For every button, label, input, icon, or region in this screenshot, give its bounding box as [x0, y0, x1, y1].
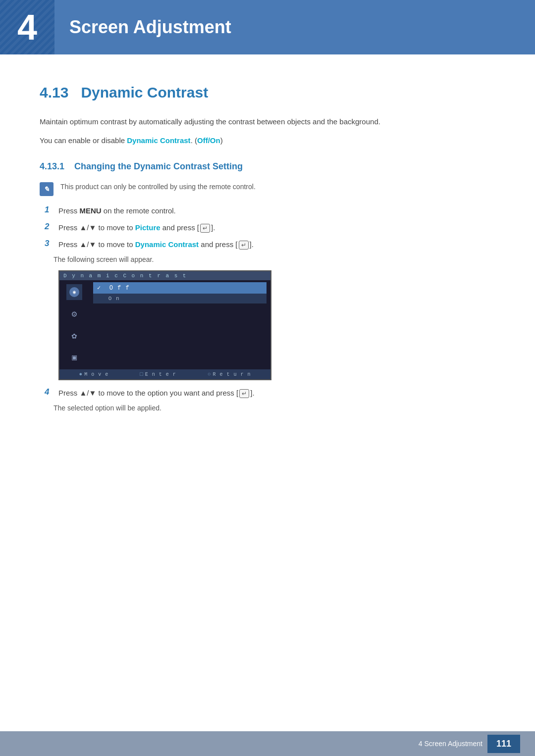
step-3-key: ↵: [239, 241, 249, 250]
tv-bottom-bar: ● M o v e □ E n t e r ○ R e t u r n: [59, 369, 270, 379]
tv-bottom-enter: □ E n t e r: [140, 371, 176, 377]
page-header: 4 Screen Adjustment: [0, 0, 535, 54]
enter-label: E n t e r: [145, 372, 176, 377]
para2: You can enable or disable Dynamic Contra…: [40, 135, 495, 147]
sidebar-icon-1: ◉: [66, 284, 82, 300]
step-3: 3 Press ▲/▼ to move to Dynamic Contrast …: [40, 239, 495, 251]
note-box: ✎ This product can only be controlled by…: [40, 182, 495, 196]
gear-icon: ⚙: [72, 308, 77, 319]
tv-menu-item-on: O n: [93, 294, 267, 303]
move-icon: ●: [79, 371, 83, 377]
step-3-highlight: Dynamic Contrast: [135, 240, 199, 249]
chapter-title: Screen Adjustment: [69, 17, 231, 38]
subsection-number: 4.13.1: [40, 161, 64, 171]
subsection-heading: 4.13.1 Changing the Dynamic Contrast Set…: [40, 161, 495, 172]
step-4-sub: The selected option will be applied.: [54, 404, 495, 412]
step-2: 2 Press ▲/▼ to move to Picture and press…: [40, 222, 495, 234]
enter-icon: □: [140, 371, 144, 377]
chapter-number-block: 4: [0, 0, 54, 54]
main-content: 4.13 Dynamic Contrast Maintain optimum c…: [0, 54, 535, 465]
section-number: 4.13: [40, 84, 68, 101]
para2-end: ): [220, 136, 223, 145]
para2-options: Off/On: [197, 136, 220, 145]
para1: Maintain optimum contrast by automatical…: [40, 116, 495, 128]
page-footer: 4 Screen Adjustment 111: [0, 731, 535, 756]
tv-bottom-move: ● M o v e: [79, 371, 109, 377]
tv-sidebar: ◉ ⚙ ✿ ▣: [59, 280, 89, 369]
step-2-text: Press ▲/▼ to move to Picture and press […: [58, 222, 215, 234]
note-text: This product can only be controlled by u…: [60, 182, 256, 192]
step-4: 4 Press ▲/▼ to move to the option you wa…: [40, 387, 495, 399]
subsection-title: Changing the Dynamic Contrast Setting: [74, 161, 243, 171]
note-icon-symbol: ✎: [44, 185, 50, 193]
note-icon: ✎: [40, 182, 54, 196]
section-title: Dynamic Contrast: [81, 84, 208, 101]
step-3-text: Press ▲/▼ to move to Dynamic Contrast an…: [58, 239, 254, 251]
para2-suffix: . (: [191, 136, 197, 145]
footer-page-number: 111: [487, 735, 520, 753]
sidebar-icon-4: ▣: [66, 350, 82, 365]
step-3-number: 3: [45, 239, 58, 249]
section-heading: 4.13 Dynamic Contrast: [40, 84, 495, 101]
monitor-icon: ▣: [72, 353, 77, 362]
sidebar-icon-3: ✿: [66, 328, 82, 344]
step-2-number: 2: [45, 222, 58, 232]
step-4-key: ↵: [239, 389, 249, 398]
tv-screenshot: D y n a m i c C o n t r a s t ◉ ⚙ ✿: [58, 270, 271, 380]
step-1-text: Press MENU on the remote control.: [58, 205, 176, 217]
tv-body: ◉ ⚙ ✿ ▣ ✓ O f f: [59, 280, 270, 369]
tv-bottom-return: ○ R e t u r n: [208, 371, 251, 377]
step-2-highlight: Picture: [135, 223, 160, 232]
steps-list: 1 Press MENU on the remote control. 2 Pr…: [40, 205, 495, 412]
footer-text: 4 Screen Adjustment: [419, 740, 482, 748]
settings-icon: ✿: [72, 330, 77, 341]
step-4-number: 4: [45, 387, 58, 397]
return-label: R e t u r n: [213, 372, 251, 377]
sidebar-icon-2: ⚙: [66, 306, 82, 322]
step-3-sub: The following screen will appear.: [54, 255, 495, 263]
tv-menu-area: ✓ O f f O n: [89, 280, 270, 369]
chapter-number: 4: [17, 7, 37, 48]
step-1-bold: MENU: [80, 206, 102, 215]
step-1: 1 Press MENU on the remote control.: [40, 205, 495, 217]
move-label: M o v e: [84, 372, 108, 377]
step-2-key: ↵: [200, 224, 210, 233]
step-4-text: Press ▲/▼ to move to the option you want…: [58, 387, 255, 399]
dynamic-contrast-link: Dynamic Contrast: [127, 136, 190, 145]
tv-menu-item-off: ✓ O f f: [93, 282, 267, 294]
step-1-number: 1: [45, 205, 58, 215]
circle-icon: ◉: [69, 287, 79, 297]
para2-prefix: You can enable or disable: [40, 136, 127, 145]
return-icon: ○: [208, 371, 212, 377]
tv-title-bar: D y n a m i c C o n t r a s t: [59, 271, 270, 280]
